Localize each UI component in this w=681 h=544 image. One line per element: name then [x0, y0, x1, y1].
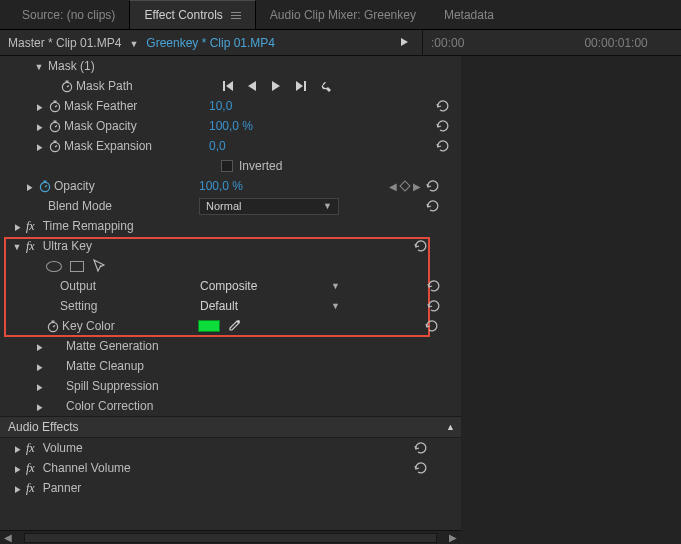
play-clip-icon[interactable] — [400, 36, 410, 50]
matte-generation-row[interactable]: Matte Generation — [0, 336, 461, 356]
mask-feather-label: Mask Feather — [64, 99, 137, 113]
reset-icon[interactable] — [424, 318, 438, 335]
time-remapping-row[interactable]: fx Time Remapping — [0, 216, 461, 236]
mask-feather-value[interactable]: 10,0 — [209, 99, 232, 113]
setting-select[interactable]: Default ▼ — [200, 299, 340, 313]
blend-mode-select[interactable]: Normal ▼ — [199, 198, 339, 215]
clip-menu-caret[interactable] — [129, 36, 138, 50]
rect-mask-icon[interactable] — [70, 261, 84, 272]
timeline-zoom-scroll[interactable]: ◀ ▶ — [0, 530, 461, 544]
mask-expansion-value[interactable]: 0,0 — [209, 139, 226, 153]
reset-icon[interactable] — [435, 98, 449, 115]
keyframe-timeline-area[interactable] — [461, 56, 681, 544]
color-correction-row[interactable]: Color Correction — [0, 396, 461, 416]
scroll-track[interactable] — [24, 533, 437, 543]
timeline-ruler[interactable]: :00:00 00:00:01:00 — [423, 36, 673, 50]
twisty-right-icon[interactable] — [12, 443, 22, 454]
output-select[interactable]: Composite ▼ — [200, 279, 340, 293]
opacity-label: Opacity — [54, 179, 95, 193]
step-back-icon[interactable] — [221, 79, 235, 93]
fx-icon: fx — [26, 219, 35, 234]
stopwatch-icon[interactable] — [46, 319, 60, 333]
key-color-label: Key Color — [62, 319, 115, 333]
ellipse-mask-icon[interactable] — [46, 261, 62, 272]
mask-expansion-label: Mask Expansion — [64, 139, 152, 153]
wrench-icon[interactable] — [317, 79, 331, 93]
reset-icon[interactable] — [413, 238, 427, 255]
reset-icon[interactable] — [426, 298, 440, 315]
scroll-left-icon[interactable]: ◀ — [4, 532, 12, 543]
twisty-right-icon[interactable] — [34, 401, 44, 412]
mask-path-label: Mask Path — [76, 79, 133, 93]
ruler-time-1: 00:00:01:00 — [584, 36, 647, 50]
prev-keyframe-icon[interactable]: ◀ — [389, 181, 397, 192]
reset-icon[interactable] — [413, 460, 427, 477]
fx-icon: fx — [26, 441, 35, 456]
reset-icon[interactable] — [413, 440, 427, 457]
key-color-row: Key Color — [0, 316, 461, 336]
twisty-right-icon[interactable] — [34, 341, 44, 352]
tab-source[interactable]: Source: (no clips) — [8, 1, 129, 29]
volume-row[interactable]: fx Volume — [0, 438, 461, 458]
twisty-right-icon[interactable] — [34, 101, 44, 112]
chevron-down-icon: ▼ — [323, 201, 332, 211]
twisty-right-icon[interactable] — [34, 121, 44, 132]
panel-menu-icon[interactable] — [231, 10, 241, 21]
tab-effect-controls[interactable]: Effect Controls — [129, 0, 255, 29]
sequence-clip-label[interactable]: Greenkey * Clip 01.MP4 — [146, 36, 275, 50]
channel-volume-row[interactable]: fx Channel Volume — [0, 458, 461, 478]
tab-metadata[interactable]: Metadata — [430, 1, 508, 29]
mask-feather-row: Mask Feather 10,0 — [0, 96, 461, 116]
setting-label: Setting — [60, 299, 97, 313]
panner-row[interactable]: fx Panner — [0, 478, 461, 498]
svg-marker-16 — [401, 38, 408, 46]
tab-audio-mixer[interactable]: Audio Clip Mixer: Greenkey — [256, 1, 430, 29]
blend-mode-value: Normal — [206, 200, 241, 212]
clip-header: Master * Clip 01.MP4 Greenkey * Clip 01.… — [0, 30, 681, 56]
twisty-right-icon[interactable] — [12, 221, 22, 232]
stopwatch-animated-icon[interactable] — [38, 179, 52, 193]
twisty-right-icon[interactable] — [12, 463, 22, 474]
matte-cleanup-row[interactable]: Matte Cleanup — [0, 356, 461, 376]
twisty-down-icon[interactable] — [12, 241, 22, 252]
twisty-right-icon[interactable] — [34, 381, 44, 392]
twisty-right-icon[interactable] — [34, 141, 44, 152]
fx-icon: fx — [26, 239, 35, 254]
blend-mode-label: Blend Mode — [48, 199, 112, 213]
reset-icon[interactable] — [435, 118, 449, 135]
reset-icon[interactable] — [435, 138, 449, 155]
twisty-right-icon[interactable] — [24, 181, 34, 192]
step-fwd-icon[interactable] — [293, 79, 307, 93]
panel-tabs: Source: (no clips) Effect Controls Audio… — [0, 0, 681, 30]
scroll-right-icon[interactable]: ▶ — [449, 532, 457, 543]
stopwatch-icon[interactable] — [60, 79, 74, 93]
spill-suppression-row[interactable]: Spill Suppression — [0, 376, 461, 396]
ruler-time-0: :00:00 — [431, 36, 464, 50]
channel-volume-label: Channel Volume — [43, 461, 131, 475]
key-color-swatch[interactable] — [198, 320, 220, 332]
keyframe-nav: ◀ ▶ — [389, 181, 421, 192]
blend-mode-row: Blend Mode Normal ▼ — [0, 196, 461, 216]
color-correction-label: Color Correction — [66, 399, 153, 413]
reset-icon[interactable] — [425, 198, 439, 215]
twisty-right-icon[interactable] — [34, 361, 44, 372]
stopwatch-icon[interactable] — [48, 139, 62, 153]
twisty-right-icon[interactable] — [12, 483, 22, 494]
ultra-key-row[interactable]: fx Ultra Key — [0, 236, 461, 256]
twisty-down-icon[interactable] — [34, 61, 44, 72]
add-keyframe-icon[interactable] — [399, 180, 410, 191]
next-keyframe-icon[interactable]: ▶ — [413, 181, 421, 192]
pen-mask-icon[interactable] — [92, 258, 106, 275]
play-back-icon[interactable] — [245, 79, 259, 93]
section-collapse-icon[interactable]: ▲ — [446, 422, 455, 432]
inverted-checkbox[interactable] — [221, 160, 233, 172]
opacity-value[interactable]: 100,0 % — [199, 179, 243, 193]
eyedropper-icon[interactable] — [226, 319, 240, 333]
stopwatch-icon[interactable] — [48, 99, 62, 113]
play-icon[interactable] — [269, 79, 283, 93]
reset-icon[interactable] — [425, 178, 439, 195]
stopwatch-icon[interactable] — [48, 119, 62, 133]
mask-opacity-value[interactable]: 100,0 % — [209, 119, 253, 133]
reset-icon[interactable] — [426, 278, 440, 295]
mask-group[interactable]: Mask (1) — [0, 56, 461, 76]
